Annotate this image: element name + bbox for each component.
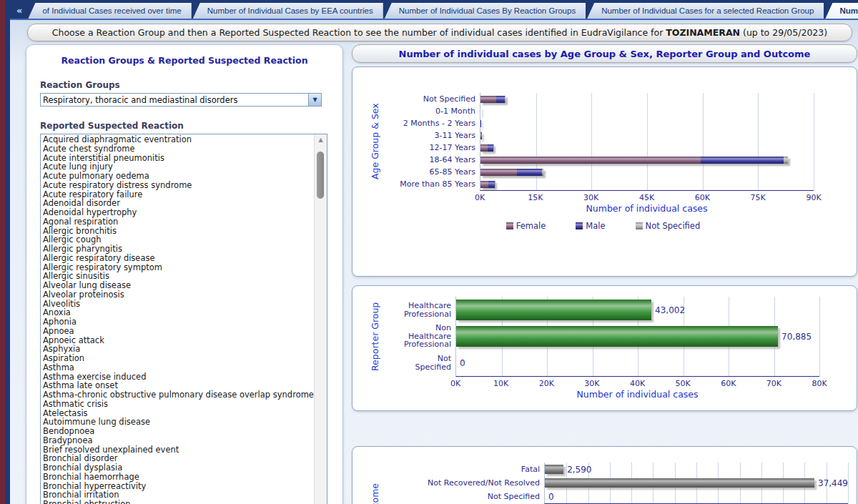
bar-segment-not-specified xyxy=(542,169,543,176)
bar-segment-female xyxy=(480,181,488,188)
stacked-bar xyxy=(480,157,788,164)
category-label: Non Healthcare Professional xyxy=(393,323,455,350)
panel-title: Reaction Groups & Reported Suspected Rea… xyxy=(26,55,342,66)
value-label: 43,002 xyxy=(655,305,685,315)
x-axis-ticks: 0K15K30K45K60K75K90K xyxy=(480,191,814,202)
legend: FemaleMaleNot Specified xyxy=(393,214,814,231)
y-axis-label: Reporter Group xyxy=(370,297,380,376)
chart-age-group-sex: Age Group & SexNot Specified0-1 Month2 M… xyxy=(352,67,857,231)
reaction-option[interactable]: Asthmatic crisis xyxy=(41,400,315,409)
age-group-sex-chart-panel: Age Group & SexNot Specified0-1 Month2 M… xyxy=(352,66,857,277)
reaction-option[interactable]: Anoxia xyxy=(41,308,315,317)
category-label: 18-64 Years xyxy=(393,154,480,166)
chart-reporter-group: Reporter GroupHealthcare ProfessionalNon… xyxy=(352,286,857,400)
legend-label: Not Specified xyxy=(646,221,701,231)
reaction-option[interactable]: Allergic pharyngitis xyxy=(41,244,315,254)
reaction-option[interactable]: Acute pulmonary oedema xyxy=(41,172,315,181)
reaction-option[interactable]: Asthma xyxy=(41,363,315,372)
tab-of-individual-cases-received-over-time[interactable]: of Individual Cases received over time xyxy=(28,3,191,19)
reported-reaction-listbox[interactable]: Acquired diaphragmatic eventrationAcute … xyxy=(40,134,327,504)
value-label: 2,590 xyxy=(567,465,591,475)
stacked-bar xyxy=(480,169,543,176)
bar-row xyxy=(480,129,814,142)
scrollbar[interactable]: ▲ xyxy=(314,134,327,504)
reaction-option[interactable]: Agonal respiration xyxy=(41,217,315,227)
reaction-option[interactable]: Alveolitis xyxy=(41,300,315,309)
bar xyxy=(545,478,814,488)
stacked-bar xyxy=(480,132,482,139)
reaction-list: Acquired diaphragmatic eventrationAcute … xyxy=(41,135,315,504)
tab-number-of-individual-cases-by-eea-countrie[interactable]: Number of Individual Cases by EEA countr… xyxy=(193,3,383,19)
reaction-option[interactable]: Bendopnoea xyxy=(41,427,315,436)
legend-swatch xyxy=(636,222,643,229)
axis-tick: 30K xyxy=(584,379,599,388)
reaction-option[interactable]: Bronchial dysplasia xyxy=(41,463,315,473)
bar-segment-female xyxy=(480,157,701,164)
legend-item-not-specified: Not Specified xyxy=(636,221,701,231)
scroll-up-icon[interactable]: ▲ xyxy=(315,134,327,146)
legend-label: Female xyxy=(516,221,546,231)
axis-tick: 75K xyxy=(751,193,766,202)
bar xyxy=(456,326,778,347)
category-label: Not Specified xyxy=(393,93,480,105)
bar xyxy=(545,465,563,474)
axis-tick: 45K xyxy=(639,193,654,202)
bar-row xyxy=(480,105,814,117)
bar-row xyxy=(480,142,814,154)
reaction-groups-dropdown[interactable]: Respiratory, thoracic and mediastinal di… xyxy=(40,93,322,107)
outcome-chart-panel: OutcomeFatalNot Recovered/Not ResolvedNo… xyxy=(352,446,857,504)
legend-label: Male xyxy=(586,221,605,231)
tab-number-of-individual-cases-by-reaction-gro[interactable]: Number of Individual Cases By Reaction G… xyxy=(385,3,586,19)
axis-tick: 70K xyxy=(766,379,781,388)
reaction-option[interactable]: Bradypnoea xyxy=(41,436,315,445)
reaction-option[interactable]: Alveolar proteinosis xyxy=(41,290,315,300)
legend-swatch xyxy=(576,222,583,229)
reaction-option[interactable]: Acute chest syndrome xyxy=(41,144,315,154)
value-label: 37,449 xyxy=(818,478,848,488)
axis-tick: 20K xyxy=(539,379,554,388)
axis-tick: 0K xyxy=(475,193,485,202)
reaction-option[interactable]: Asthma-chronic obstructive pulmonary dis… xyxy=(41,390,315,400)
bar-segment-male xyxy=(488,181,495,188)
reaction-option[interactable]: Apnoea xyxy=(41,327,315,336)
legend-swatch xyxy=(506,222,513,229)
bar-row: 43,002 xyxy=(456,297,819,323)
reaction-option[interactable]: Allergic respiratory disease xyxy=(41,254,315,263)
chevron-down-icon[interactable]: ▼ xyxy=(308,94,321,106)
reaction-option[interactable]: Adenoidal hypertrophy xyxy=(41,208,315,217)
category-label: Fatal xyxy=(393,463,544,476)
axis-tick: 15K xyxy=(528,193,543,202)
reported-reaction-label: Reported Suspected Reaction xyxy=(40,121,342,131)
dropdown-selected-value: Respiratory, thoracic and mediastinal di… xyxy=(41,95,308,105)
bar xyxy=(456,300,651,320)
reaction-option[interactable]: Apnoeic attack xyxy=(41,336,315,345)
y-axis-label: Age Group & Sex xyxy=(370,93,380,190)
tab-number-of-individual-cases-for-a-selected-[interactable]: Number of Individual Cases for a selecte… xyxy=(587,3,824,19)
category-label: Healthcare Professional xyxy=(393,297,455,323)
reaction-option[interactable]: Aspiration xyxy=(41,354,315,363)
reaction-option[interactable]: Acquired diaphragmatic eventration xyxy=(41,135,315,144)
reaction-option[interactable]: Alveolar lung disease xyxy=(41,281,315,290)
gridline xyxy=(848,463,849,503)
stacked-bar xyxy=(480,144,493,152)
bar-row: 0 xyxy=(456,350,819,376)
reaction-option[interactable]: Bronchial obstruction xyxy=(41,500,315,504)
scrollbar-thumb[interactable] xyxy=(317,152,324,199)
category-label: 3-11 Years xyxy=(393,129,480,142)
tab-number-of-individual-cases-f[interactable]: Number of Individual Cases f xyxy=(825,3,858,19)
bar-row xyxy=(480,166,814,178)
reaction-option[interactable]: Aphonia xyxy=(41,317,315,327)
tab-bar: « of Individual Cases received over time… xyxy=(5,0,858,20)
axis-tick: 30K xyxy=(583,193,598,202)
reaction-option[interactable]: Bronchial haemorrhage xyxy=(41,473,315,482)
reaction-option[interactable]: Acute respiratory distress syndrome xyxy=(41,181,315,190)
bar-segment-male xyxy=(488,144,493,152)
value-label: 0 xyxy=(460,358,465,368)
axis-tick: 10K xyxy=(493,379,508,388)
bar-segment-not-specified xyxy=(784,157,789,164)
bar-row: 70,885 xyxy=(456,323,819,350)
gridline xyxy=(814,93,814,190)
category-label: 65-85 Years xyxy=(393,166,480,178)
bar-row xyxy=(480,178,814,190)
instruction-date: (up to 29/05/2023) xyxy=(740,27,827,38)
